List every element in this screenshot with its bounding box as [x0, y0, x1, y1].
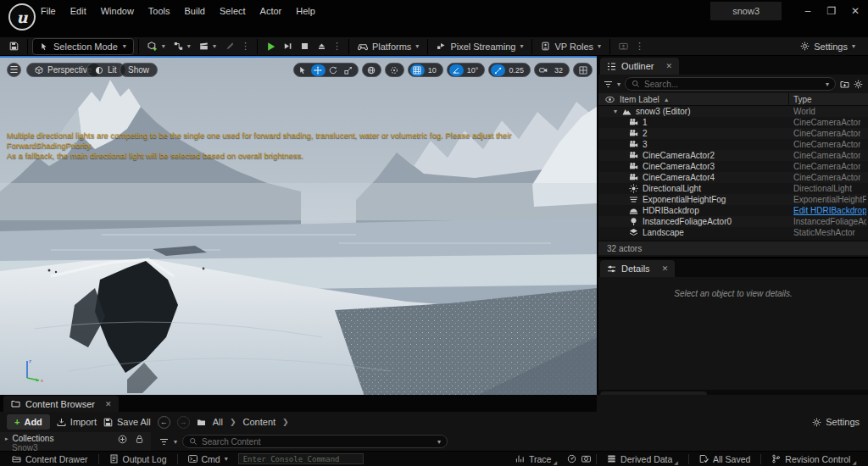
menu-build[interactable]: Build [185, 6, 205, 16]
insights-icon[interactable] [567, 454, 576, 463]
actor-label[interactable]: 3 [643, 140, 648, 149]
table-row[interactable]: 2CineCameraActor [598, 128, 868, 139]
chevron-down-icon[interactable]: ▾ [437, 438, 441, 446]
content-drawer-button[interactable]: Content Drawer [7, 452, 93, 466]
table-row[interactable]: CineCameraActor4CineCameraActor [598, 172, 868, 183]
expander-icon[interactable]: ▸ [5, 435, 8, 442]
play-options-icon[interactable]: ⋮ [330, 41, 344, 52]
platforms-dropdown[interactable]: Platforms▾ [353, 38, 423, 55]
toolbar-overflow2-icon[interactable]: ⋮ [632, 41, 647, 52]
viewport-options-menu[interactable]: ☰ [7, 63, 21, 77]
chevron-down-icon[interactable]: ▾ [826, 80, 829, 88]
actor-label[interactable]: ExponentialHeightFog [643, 195, 726, 204]
outliner-column-header[interactable]: Item Label ▲ Type [598, 93, 868, 106]
select-tool[interactable] [296, 64, 310, 76]
screenshot-icon[interactable] [581, 454, 591, 463]
breadcrumb-all[interactable]: All [213, 417, 223, 427]
virtual-camera-button[interactable] [615, 38, 632, 55]
output-log-button[interactable]: Output Log [104, 452, 172, 466]
all-saved-button[interactable]: All Saved [694, 452, 755, 466]
content-browser-settings[interactable]: Settings [812, 412, 860, 432]
scale-tool[interactable] [342, 64, 356, 76]
surface-snapping-button[interactable] [387, 64, 402, 76]
table-row[interactable]: CineCameraActor2CineCameraActor [598, 150, 868, 161]
menu-edit[interactable]: Edit [70, 6, 86, 16]
rotation-snap-value[interactable]: 10° [465, 66, 483, 75]
forward-button[interactable]: → [177, 416, 190, 429]
level-viewport[interactable]: ☰ Perspective Lit Show 10 [0, 56, 597, 395]
tab-details[interactable]: Details ✕ [600, 260, 675, 277]
table-row[interactable]: LandscapeStaticMeshActor [598, 227, 868, 238]
move-tool[interactable] [311, 64, 326, 76]
scale-snap-toggle[interactable] [491, 64, 505, 76]
eject-button[interactable] [313, 38, 330, 55]
restore-icon[interactable]: ❐ [826, 5, 837, 17]
menu-window[interactable]: Window [101, 6, 134, 16]
show-dropdown[interactable]: Show [120, 63, 158, 77]
minimize-icon[interactable]: – [802, 5, 814, 17]
actor-label[interactable]: Landscape [643, 228, 684, 237]
table-row[interactable]: 1CineCameraActor [598, 117, 868, 128]
menu-help[interactable]: Help [296, 6, 315, 16]
rotation-snap-toggle[interactable] [449, 64, 464, 76]
tab-content-browser[interactable]: Content Browser ✕ [3, 396, 119, 412]
collections-lock-icon[interactable] [135, 435, 144, 444]
scale-snap-value[interactable]: 0.25 [506, 66, 528, 75]
table-row[interactable]: ExponentialHeightFogExponentialHeightFog [598, 194, 868, 205]
menu-select[interactable]: Select [220, 6, 246, 16]
table-row[interactable]: 3CineCameraActor [598, 139, 868, 150]
content-search-input[interactable] [202, 437, 433, 447]
save-all-button[interactable]: Save All [103, 417, 151, 427]
collections-panel[interactable]: ▸ Collections Snow3 [0, 432, 151, 451]
breadcrumb-content[interactable]: Content [243, 417, 276, 427]
cmd-dropdown[interactable]: Cmd ▾ [183, 452, 233, 466]
content-search[interactable]: ▾ [182, 435, 448, 448]
filter-icon[interactable] [604, 80, 613, 89]
table-row[interactable]: HDRIBackdropEdit HDRIBackdrop [598, 205, 868, 216]
actor-label[interactable]: 2 [643, 129, 648, 138]
blueprints-button[interactable]: ▾ [170, 38, 195, 55]
editor-modes-button[interactable] [220, 38, 238, 55]
table-row[interactable]: DirectionalLightDirectionalLight [598, 183, 868, 194]
table-row[interactable]: InstancedFoliageActor0InstancedFoliageAc… [598, 216, 868, 227]
stop-button[interactable] [296, 38, 313, 55]
maximize-viewport-button[interactable] [576, 64, 590, 76]
outliner-settings-icon[interactable] [854, 80, 863, 89]
derived-data-button[interactable]: Derived Data◢ [602, 452, 683, 466]
settings-dropdown[interactable]: Settings▾ [796, 38, 860, 55]
actor-label[interactable]: InstancedFoliageActor0 [643, 217, 732, 226]
close-icon[interactable]: ✕ [666, 62, 673, 70]
add-collection-icon[interactable] [118, 435, 127, 444]
visibility-column-icon[interactable] [605, 95, 615, 104]
world-space-toggle[interactable] [364, 64, 379, 76]
trace-button[interactable]: Trace◢ [510, 452, 562, 466]
vp-roles-dropdown[interactable]: VP Roles▾ [537, 38, 605, 55]
close-icon[interactable]: ✕ [662, 264, 669, 273]
rotate-tool[interactable] [326, 64, 341, 76]
add-folder-icon[interactable] [840, 80, 849, 89]
menu-tools[interactable]: Tools [148, 6, 170, 16]
outliner-search[interactable]: ▾ [625, 77, 836, 91]
revision-control-button[interactable]: Revision Control◢ [766, 452, 861, 466]
actor-label[interactable]: CineCameraActor3 [643, 162, 715, 171]
camera-speed-button[interactable] [537, 64, 551, 76]
table-row[interactable]: CineCameraActor3CineCameraActor [598, 161, 868, 172]
close-icon[interactable]: ✕ [105, 400, 112, 408]
table-row[interactable]: ▾snow3 (Editor)World [598, 106, 868, 117]
actor-label[interactable]: 1 [643, 118, 648, 127]
toolbar-overflow-icon[interactable]: ⋮ [238, 41, 253, 52]
selection-mode-dropdown[interactable]: Selection Mode ▾ [32, 38, 134, 55]
import-button[interactable]: Import [57, 417, 97, 427]
camera-speed-value[interactable]: 32 [552, 66, 567, 75]
play-button[interactable] [262, 38, 279, 55]
menu-actor[interactable]: Actor [260, 6, 282, 16]
skip-frame-button[interactable] [279, 38, 296, 55]
tab-outliner[interactable]: Outliner ✕ [600, 58, 679, 75]
chevron-down-icon[interactable]: ▾ [174, 438, 177, 446]
save-button[interactable] [5, 38, 23, 55]
edit-hdribackdrop-link[interactable]: Edit HDRIBackdrop [793, 206, 866, 215]
filter-icon[interactable] [159, 437, 169, 447]
collections-sub-item[interactable]: Snow3 [12, 443, 38, 451]
close-icon[interactable]: ✕ [849, 5, 861, 17]
actor-label[interactable]: CineCameraActor2 [643, 151, 715, 160]
